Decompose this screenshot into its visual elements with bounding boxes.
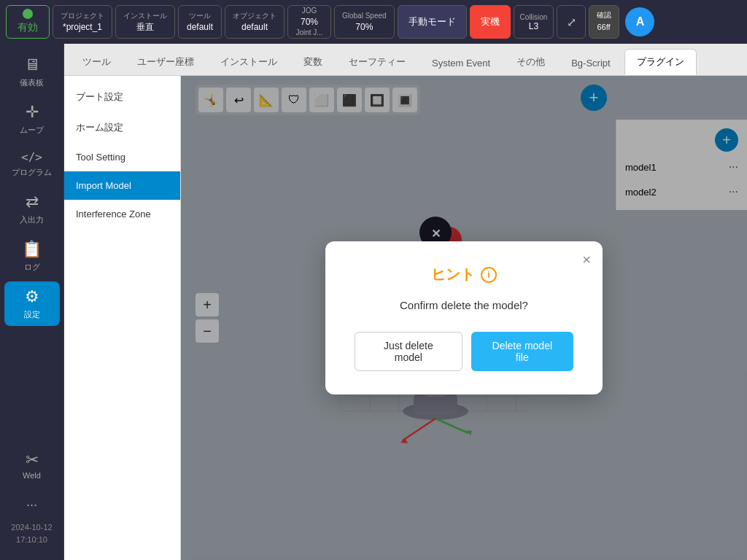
dashboard-icon: 🖥 (24, 55, 40, 74)
sidebar: 🖥 儀表板 ✛ ムーブ </> プログラム ⇄ 入出力 📋 ログ ⚙ 設定 ✂ … (0, 44, 64, 560)
jog-value: Joint J... (295, 28, 322, 38)
settings-icon: ⚙ (25, 287, 39, 306)
delete-model-file-button[interactable]: Delete model file (471, 332, 573, 371)
project-selector[interactable]: プロジェクト *project_1 (53, 5, 112, 39)
io-icon: ⇄ (26, 192, 39, 211)
left-menu: ブート設定 ホーム設定 Tool Setting Import Model In… (64, 76, 181, 560)
expand-icon: ⤢ (567, 15, 576, 29)
project-value: *project_1 (63, 21, 102, 34)
global-speed-selector[interactable]: Global Speed 70% (334, 5, 395, 39)
menu-tool-setting[interactable]: Tool Setting (64, 143, 180, 171)
sidebar-bottom: ✂ Weld ... 2024-10-1217:10:10 (8, 445, 55, 554)
sidebar-item-program[interactable]: </> プログラム (4, 144, 60, 184)
menu-import-model[interactable]: Import Model (64, 171, 180, 200)
tab-variables[interactable]: 変数 (291, 49, 335, 75)
tab-user-coord[interactable]: ユーザー座標 (125, 49, 206, 75)
collision-indicator: Collision L3 (514, 5, 554, 39)
menu-boot-settings[interactable]: ブート設定 (64, 82, 180, 112)
menu-home-settings[interactable]: ホーム設定 (64, 112, 180, 143)
tab-bg-script[interactable]: Bg-Script (559, 51, 622, 75)
just-delete-model-button[interactable]: Just delete model (355, 332, 462, 371)
sidebar-item-io[interactable]: ⇄ 入出力 (4, 187, 60, 231)
tool-selector[interactable]: ツール default (178, 5, 222, 39)
topbar: 有効 プロジェクト *project_1 インストール 垂直 ツール defau… (0, 0, 747, 44)
main-layout: 🖥 儀表板 ✛ ムーブ </> プログラム ⇄ 入出力 📋 ログ ⚙ 設定 ✂ … (0, 44, 747, 560)
jog-selector[interactable]: JOG 70% Joint J... (287, 5, 331, 39)
install-selector[interactable]: インストール 垂直 (115, 5, 175, 39)
sidebar-item-settings[interactable]: ⚙ 設定 (4, 281, 60, 326)
tool-value: default (187, 21, 213, 34)
object-label: オブジェクト (233, 11, 276, 21)
jog-percent: 70% (301, 16, 318, 28)
sidebar-item-dashboard[interactable]: 🖥 儀表板 (4, 50, 60, 94)
tab-bar: ツール ユーザー座標 インストール 変数 セーフティー System Event… (64, 44, 747, 76)
content-area: ツール ユーザー座標 インストール 変数 セーフティー System Event… (64, 44, 747, 560)
dialog-close-button[interactable]: × (582, 252, 591, 268)
install-value: 垂直 (136, 21, 154, 34)
tab-system-event[interactable]: System Event (419, 51, 503, 75)
global-speed-label: Global Speed (342, 11, 387, 21)
sidebar-more-button[interactable]: ... (20, 489, 43, 516)
status-indicator[interactable]: 有効 (6, 5, 50, 39)
confirm-display: 確認66ff (589, 5, 619, 39)
tool-label: ツール (189, 11, 211, 21)
object-value: default (241, 21, 268, 34)
datetime-display: 2024-10-1217:10:10 (8, 518, 55, 548)
tab-install[interactable]: インストール (208, 49, 290, 75)
tab-tool[interactable]: ツール (70, 49, 123, 75)
tab-safety[interactable]: セーフティー (336, 49, 418, 75)
program-icon: </> (21, 150, 42, 164)
move-icon: ✛ (26, 103, 39, 122)
sidebar-item-weld[interactable]: ✂ Weld (20, 445, 44, 486)
log-icon: 📋 (22, 240, 42, 259)
weld-icon: ✂ (26, 451, 39, 470)
manual-mode-button[interactable]: 手動モード (398, 5, 467, 39)
real-mode-button[interactable]: 実機 (470, 5, 511, 39)
dialog-title: ヒント i (355, 265, 573, 284)
info-icon: i (481, 267, 497, 283)
sidebar-item-log[interactable]: 📋 ログ (4, 234, 60, 279)
hint-dialog: × ヒント i Confirm delete the model? Just d… (325, 241, 603, 394)
menu-interference-zone[interactable]: Interference Zone (64, 200, 180, 228)
avatar[interactable]: A (625, 7, 654, 36)
dialog-message: Confirm delete the model? (355, 299, 573, 311)
sub-content: ブート設定 ホーム設定 Tool Setting Import Model In… (64, 76, 747, 560)
dialog-buttons: Just delete model Delete model file (355, 332, 573, 371)
object-selector[interactable]: オブジェクト default (225, 5, 285, 39)
expand-button[interactable]: ⤢ (557, 5, 586, 39)
project-label: プロジェクト (61, 11, 104, 21)
install-label: インストール (123, 11, 167, 21)
tab-plugin[interactable]: プラグイン (624, 49, 697, 75)
global-speed-value: 70% (355, 21, 373, 34)
view-area: 🤸 ↩ 📐 🛡 ⬜ ⬛ 🔲 🔳 + + model1 (181, 76, 747, 560)
jog-label: JOG (302, 6, 317, 16)
tab-other[interactable]: その他 (504, 49, 557, 75)
status-label: 有効 (18, 20, 38, 35)
dialog-overlay: × ヒント i Confirm delete the model? Just d… (181, 76, 747, 560)
sidebar-item-move[interactable]: ✛ ムーブ (4, 97, 60, 141)
